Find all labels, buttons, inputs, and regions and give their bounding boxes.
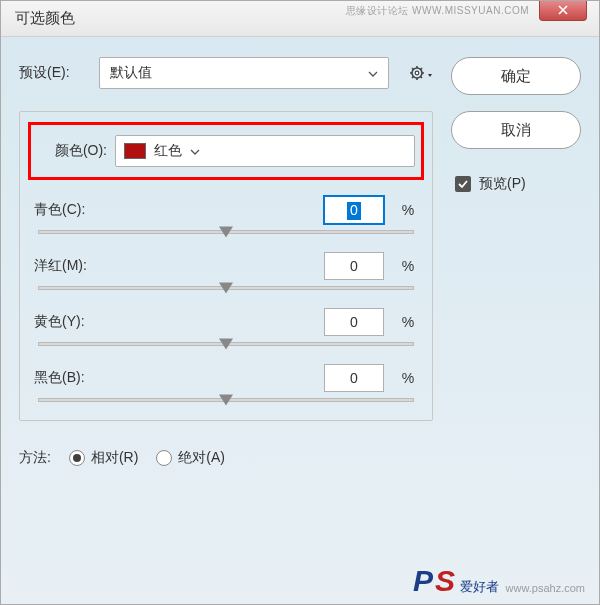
radio-relative[interactable]: 相对(R) — [69, 449, 138, 467]
svg-point-1 — [415, 71, 419, 75]
radio-absolute-label: 绝对(A) — [178, 449, 225, 467]
left-panel: 预设(E): 默认值 颜色(O): 红色 — [19, 57, 433, 467]
black-label: 黑色(B): — [34, 369, 122, 387]
slider-magenta: 洋红(M): 0 % — [34, 252, 418, 290]
close-button[interactable] — [539, 0, 587, 21]
radio-relative-label: 相对(R) — [91, 449, 138, 467]
cyan-input[interactable]: 0 — [324, 196, 384, 224]
preview-checkbox[interactable]: 预览(P) — [455, 175, 581, 193]
yellow-label: 黄色(Y): — [34, 313, 122, 331]
slider-black: 黑色(B): 0 % — [34, 364, 418, 402]
slider-thumb[interactable] — [219, 283, 233, 294]
black-input[interactable]: 0 — [324, 364, 384, 392]
radio-icon — [69, 450, 85, 466]
colors-group: 颜色(O): 红色 青色(C): 0 % — [19, 111, 433, 421]
yellow-unit: % — [398, 314, 418, 330]
color-dropdown[interactable]: 红色 — [115, 135, 415, 167]
color-label: 颜色(O): — [37, 142, 107, 160]
titlebar: 可选颜色 思缘设计论坛 WWW.MISSYUAN.COM — [1, 1, 599, 37]
cyan-unit: % — [398, 202, 418, 218]
color-swatch — [124, 143, 146, 159]
radio-absolute[interactable]: 绝对(A) — [156, 449, 225, 467]
slider-cyan: 青色(C): 0 % — [34, 196, 418, 234]
preview-label: 预览(P) — [479, 175, 526, 193]
cancel-button[interactable]: 取消 — [451, 111, 581, 149]
method-row: 方法: 相对(R) 绝对(A) — [19, 449, 433, 467]
watermark-logo: PS爱好者 — [413, 564, 499, 598]
cyan-label: 青色(C): — [34, 201, 122, 219]
slider-yellow: 黄色(Y): 0 % — [34, 308, 418, 346]
preset-label: 预设(E): — [19, 64, 87, 82]
slider-thumb[interactable] — [219, 339, 233, 350]
yellow-input[interactable]: 0 — [324, 308, 384, 336]
black-unit: % — [398, 370, 418, 386]
slider-thumb[interactable] — [219, 227, 233, 238]
color-row-highlight: 颜色(O): 红色 — [28, 122, 424, 180]
svg-line-8 — [412, 77, 413, 78]
preset-settings-button[interactable] — [409, 65, 433, 81]
magenta-input[interactable]: 0 — [324, 252, 384, 280]
content-area: 预设(E): 默认值 颜色(O): 红色 — [1, 37, 599, 481]
black-slider[interactable] — [38, 398, 414, 402]
color-value: 红色 — [154, 142, 182, 160]
cyan-slider[interactable] — [38, 230, 414, 234]
ok-button[interactable]: 确定 — [451, 57, 581, 95]
chevron-down-icon — [190, 143, 200, 159]
dialog-title: 可选颜色 — [15, 9, 75, 28]
right-panel: 确定 取消 预览(P) — [451, 57, 581, 467]
svg-line-9 — [421, 68, 422, 69]
flyout-arrow-icon — [427, 68, 433, 78]
magenta-slider[interactable] — [38, 286, 414, 290]
watermark-url: www.psahz.com — [506, 582, 585, 594]
radio-icon — [156, 450, 172, 466]
svg-line-7 — [421, 77, 422, 78]
slider-thumb[interactable] — [219, 395, 233, 406]
preset-value: 默认值 — [110, 64, 152, 82]
preset-dropdown[interactable]: 默认值 — [99, 57, 389, 89]
chevron-down-icon — [368, 65, 378, 81]
svg-line-6 — [412, 68, 413, 69]
watermark-top: 思缘设计论坛 WWW.MISSYUAN.COM — [346, 4, 529, 18]
close-icon — [558, 5, 568, 15]
checkmark-icon — [455, 176, 471, 192]
magenta-unit: % — [398, 258, 418, 274]
yellow-slider[interactable] — [38, 342, 414, 346]
magenta-label: 洋红(M): — [34, 257, 122, 275]
preset-row: 预设(E): 默认值 — [19, 57, 433, 89]
gear-icon — [409, 65, 425, 81]
method-label: 方法: — [19, 449, 51, 467]
